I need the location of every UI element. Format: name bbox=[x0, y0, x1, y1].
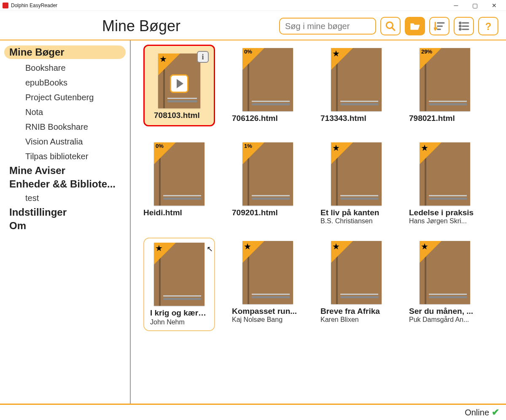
star-icon: ★ bbox=[244, 242, 251, 251]
svg-point-7 bbox=[460, 25, 461, 27]
book-thumb[interactable]: ★i708103.html bbox=[143, 45, 215, 126]
list-icon bbox=[458, 21, 469, 32]
status-bar: Online ✔ bbox=[0, 405, 506, 420]
header: Mine Bøger ? bbox=[0, 11, 506, 40]
sidebar-item[interactable]: test bbox=[0, 191, 130, 206]
sidebar-item-label: Mine Aviser bbox=[9, 165, 65, 176]
sidebar-item-label: epubBooks bbox=[25, 78, 67, 87]
star-icon: ★ bbox=[332, 242, 340, 251]
book-author: John Nehm bbox=[148, 318, 210, 329]
svg-point-0 bbox=[386, 22, 393, 28]
status-online-label: Online bbox=[465, 408, 489, 417]
book-thumb[interactable]: 29% bbox=[409, 45, 481, 111]
sidebar-item[interactable]: Project Gutenberg bbox=[0, 90, 130, 105]
book-thumb[interactable]: ★I krig og kærlig...John Nehm bbox=[143, 238, 215, 331]
book-thumb[interactable]: 1% bbox=[232, 139, 304, 206]
window-title: Dolphin EasyReader bbox=[11, 3, 57, 8]
book-thumb[interactable]: ★ bbox=[320, 139, 392, 206]
list-view-button[interactable] bbox=[454, 17, 474, 35]
svg-point-5 bbox=[460, 22, 461, 24]
window-close-button[interactable]: ✕ bbox=[484, 0, 503, 11]
book-thumb[interactable]: ★ bbox=[320, 238, 392, 304]
sidebar-item[interactable]: Nota bbox=[0, 105, 130, 120]
svg-text:?: ? bbox=[485, 21, 492, 32]
book-thumb[interactable]: ★ bbox=[409, 238, 481, 304]
book-item[interactable]: ★Kompasset run...Kaj Nolsøe Bang bbox=[232, 238, 304, 331]
book-item[interactable]: ★Ledelse i praksisHans Jørgen Skri... bbox=[409, 139, 481, 225]
sidebar-item[interactable]: Mine Bøger bbox=[4, 45, 126, 59]
sidebar-item-label: Enheder && Bibliote... bbox=[9, 178, 116, 190]
book-item[interactable]: ★i708103.html bbox=[143, 45, 215, 126]
book-title: Breve fra Afrika bbox=[320, 307, 392, 316]
sidebar-item-label: Tilpas biblioteker bbox=[25, 152, 88, 161]
book-title: Ledelse i praksis bbox=[409, 208, 481, 217]
book-title: Kompasset run... bbox=[232, 307, 304, 316]
book-thumb[interactable]: 0% bbox=[143, 139, 215, 206]
sidebar-item-label: Om bbox=[9, 220, 26, 231]
book-item[interactable]: 29%798021.html bbox=[409, 45, 481, 126]
book-item[interactable]: ★713343.html bbox=[320, 45, 392, 126]
book-title: Et liv på kanten bbox=[320, 208, 392, 217]
toolbar: ? bbox=[279, 17, 498, 35]
book-cover: ★ bbox=[420, 241, 470, 304]
sidebar-item[interactable]: Om bbox=[0, 219, 130, 233]
info-button[interactable]: i bbox=[197, 51, 209, 63]
svg-line-1 bbox=[392, 27, 395, 31]
book-title: 713343.html bbox=[320, 114, 392, 123]
sidebar-item[interactable]: Vision Australia bbox=[0, 134, 130, 149]
sidebar-item-label: Bookshare bbox=[25, 63, 66, 72]
sidebar-item[interactable]: Indstillinger bbox=[0, 206, 130, 219]
online-check-icon: ✔ bbox=[492, 407, 499, 418]
book-grid-area: ★i708103.html0%706126.html★713343.html29… bbox=[131, 40, 506, 404]
book-cover: 29% bbox=[420, 48, 470, 111]
book-item[interactable]: 0%706126.html bbox=[232, 45, 304, 126]
open-folder-button[interactable] bbox=[405, 17, 425, 35]
sidebar-item[interactable]: Bookshare bbox=[0, 61, 130, 75]
book-item[interactable]: ★I krig og kærlig...John Nehm bbox=[143, 238, 215, 331]
window-maximize-button[interactable]: ▢ bbox=[466, 0, 484, 11]
sidebar-item[interactable]: Mine Aviser bbox=[0, 164, 130, 177]
svg-point-9 bbox=[460, 29, 461, 30]
search-button[interactable] bbox=[380, 17, 401, 35]
help-button[interactable]: ? bbox=[478, 17, 498, 35]
sidebar-item[interactable]: epubBooks bbox=[0, 75, 130, 90]
play-button[interactable] bbox=[170, 75, 188, 93]
book-item[interactable]: 1%709201.html bbox=[232, 139, 304, 225]
book-thumb[interactable]: ★ bbox=[409, 139, 481, 206]
progress-badge: 0% bbox=[244, 49, 252, 55]
sort-button[interactable] bbox=[429, 17, 449, 35]
search-input[interactable] bbox=[279, 18, 376, 35]
book-title: 709201.html bbox=[232, 208, 304, 217]
window-minimize-button[interactable]: ─ bbox=[447, 0, 466, 11]
book-item[interactable]: 0%Heidi.html bbox=[143, 139, 215, 225]
book-thumb[interactable]: ★ bbox=[232, 238, 304, 304]
book-cover: ★ bbox=[242, 241, 293, 304]
sort-icon bbox=[434, 21, 445, 32]
book-item[interactable]: ★Ser du månen, ...Puk Damsgård An... bbox=[409, 238, 481, 331]
progress-badge: 0% bbox=[156, 143, 164, 149]
sidebar-item[interactable]: RNIB Bookshare bbox=[0, 120, 130, 134]
book-cover: ★ bbox=[331, 48, 382, 111]
book-cover: 0% bbox=[154, 142, 205, 206]
book-thumb[interactable]: 0% bbox=[232, 45, 304, 111]
book-title: 706126.html bbox=[232, 114, 304, 123]
sidebar-item-label: Mine Bøger bbox=[9, 46, 65, 58]
book-thumb[interactable]: ★ bbox=[320, 45, 392, 111]
book-author: Hans Jørgen Skri... bbox=[409, 217, 481, 225]
sidebar-item-label: Indstillinger bbox=[9, 206, 67, 218]
book-item[interactable]: ★Et liv på kantenB.S. Christiansen bbox=[320, 139, 392, 225]
star-icon: ★ bbox=[421, 144, 428, 152]
book-title: 798021.html bbox=[409, 114, 481, 123]
star-icon: ★ bbox=[421, 242, 428, 251]
book-author: Puk Damsgård An... bbox=[409, 316, 481, 324]
search-icon bbox=[385, 21, 396, 32]
sidebar-item[interactable]: Enheder && Bibliote... bbox=[0, 177, 130, 191]
book-title: Heidi.html bbox=[143, 208, 215, 217]
star-icon: ★ bbox=[159, 55, 167, 63]
book-item[interactable]: ★Breve fra AfrikaKaren Blixen bbox=[320, 238, 392, 331]
book-cover: ★ bbox=[154, 243, 205, 306]
book-title: Ser du månen, ... bbox=[409, 307, 481, 316]
book-title: I krig og kærlig... bbox=[148, 308, 210, 318]
sidebar-item[interactable]: Tilpas biblioteker bbox=[0, 149, 130, 164]
book-cover: ★ bbox=[420, 142, 470, 206]
